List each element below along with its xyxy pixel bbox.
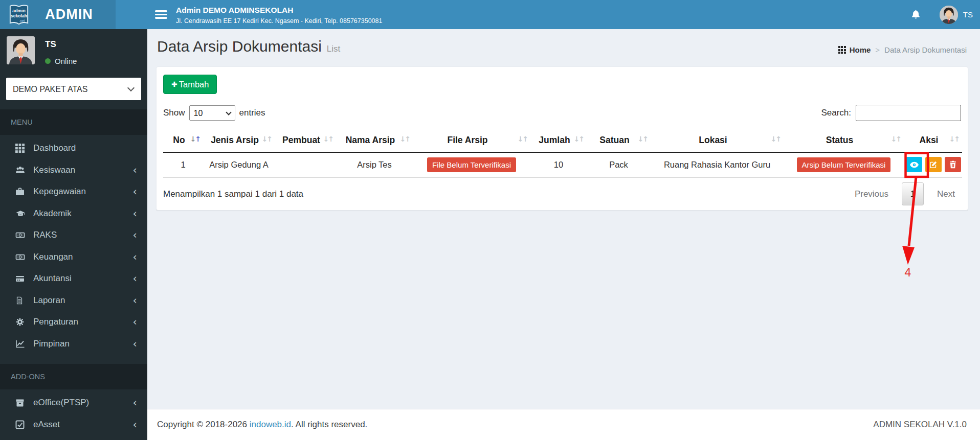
sidebar-item-raks[interactable]: RAKS ‹ (0, 224, 147, 246)
sidebar-addons-menu: eOffice(PTSP) ‹ eAsset ‹ (0, 389, 147, 435)
top-navbar: admin sekolah .net ADMIN Admin DEMO ADMI… (0, 0, 980, 29)
chevron-left-icon: ‹ (133, 339, 137, 349)
brand-logo[interactable]: admin sekolah .net ADMIN (0, 0, 116, 29)
sidebar-item-eoffice[interactable]: eOffice(PTSP) ‹ (0, 392, 147, 414)
sidebar-item-laporan[interactable]: Laporan ‹ (0, 290, 147, 312)
chevron-left-icon: ‹ (133, 187, 137, 196)
edit-button[interactable] (925, 157, 942, 172)
edit-pencil-icon (929, 160, 938, 169)
sidebar-item-kesiswaan[interactable]: Kesiswaan ‹ (0, 159, 147, 181)
adminsekolah-book-icon: admin sekolah .net (8, 3, 30, 27)
search-input[interactable] (856, 105, 961, 121)
pagination-page-1[interactable]: 1 (902, 182, 924, 205)
column-header-file-arsip[interactable]: File Arsip↓↑ (413, 128, 530, 152)
column-header-jumlah[interactable]: Jumlah↓↑ (530, 128, 587, 152)
sort-icon: ↓↑ (262, 135, 272, 143)
sidebar-item-akuntansi[interactable]: Akuntansi ‹ (0, 268, 147, 290)
chevron-left-icon: ‹ (133, 274, 137, 283)
notifications-bell-icon[interactable] (910, 9, 921, 20)
briefcase-icon (15, 187, 27, 197)
check-square-icon (15, 420, 27, 429)
column-header-pembuat[interactable]: Pembuat↓↑ (275, 128, 336, 152)
column-header-satuan[interactable]: Satuan↓↑ (587, 128, 651, 152)
data-card: ✚ Tambah Show 10 entries Search: No↓↑ Je… (156, 66, 968, 211)
pagination-previous[interactable]: Previous (849, 185, 895, 203)
column-header-no[interactable]: No↓↑ (163, 128, 203, 152)
breadcrumb: Home > Data Arsip Dokumentasi (838, 45, 967, 54)
cell-pembuat (275, 152, 336, 177)
cell-no: 1 (163, 152, 203, 177)
eye-icon (909, 161, 919, 168)
sort-icon: ↓↑ (518, 135, 527, 143)
tambah-button[interactable]: ✚ Tambah (163, 75, 217, 94)
sidebar-toggle-button[interactable] (155, 9, 167, 20)
money-bill-icon (15, 230, 27, 240)
indoweb-link[interactable]: indoweb.id (250, 420, 291, 429)
sort-icon: ↓↑ (323, 135, 333, 143)
chevron-left-icon: ‹ (133, 252, 137, 262)
graduation-cap-icon (15, 209, 27, 218)
package-select[interactable]: DEMO PAKET ATAS (6, 78, 141, 100)
sidebar-item-easset[interactable]: eAsset ‹ (0, 414, 147, 436)
archive-box-icon (15, 398, 27, 408)
search-label: Search: (821, 108, 851, 118)
students-users-icon (15, 165, 27, 175)
chevron-left-icon: ‹ (133, 420, 137, 429)
menu-section-header: MENU (0, 109, 147, 135)
view-button[interactable] (906, 157, 922, 172)
plus-icon: ✚ (171, 80, 177, 88)
breadcrumb-separator: > (875, 45, 880, 54)
gear-icon (15, 317, 27, 327)
cell-jumlah: 10 (530, 152, 587, 177)
sidebar-item-kepegawaian[interactable]: Kepegawaian ‹ (0, 181, 147, 203)
arsip-status-badge: Arsip Belum Terverifikasi (797, 157, 891, 172)
sort-icon: ↓↑ (949, 135, 959, 143)
breadcrumb-home-link[interactable]: Home (850, 45, 871, 54)
trash-icon (949, 160, 956, 169)
search-control: Search: (821, 105, 961, 121)
column-header-nama-arsip[interactable]: Nama Arsip↓↑ (336, 128, 413, 152)
sidebar-menu: Dashboard Kesiswaan ‹ Kepegawaian ‹ Akad… (0, 135, 147, 355)
app-version: ADMIN SEKOLAH V.1.0 (873, 420, 967, 430)
page-length-select[interactable]: 10 (189, 105, 235, 121)
sidebar: TS Online DEMO PAKET ATAS MENU Dashboard… (0, 29, 147, 440)
column-header-status[interactable]: Status↓↑ (784, 128, 904, 152)
svg-text:sekolah: sekolah (11, 13, 27, 18)
cell-jenis-arsip: Arsip Gedung A (203, 152, 275, 177)
sort-icon: ↓↑ (638, 135, 648, 143)
page-subtitle: List (327, 44, 340, 54)
user-initials[interactable]: TS (963, 10, 973, 19)
arsip-table: No↓↑ Jenis Arsip↓↑ Pembuat↓↑ Nama Arsip↓… (163, 128, 962, 177)
pagination-next[interactable]: Next (931, 185, 961, 203)
sort-icon: ↓↑ (771, 135, 781, 143)
sidebar-item-keuangan[interactable]: Keuangan ‹ (0, 246, 147, 268)
sidebar-item-pimpinan[interactable]: Pimpinan ‹ (0, 333, 147, 355)
svg-text:admin: admin (12, 8, 25, 13)
column-header-lokasi[interactable]: Lokasi↓↑ (651, 128, 784, 152)
sidebar-user-name: TS (45, 39, 77, 50)
sidebar-user-status: Online (45, 57, 77, 65)
chevron-left-icon: ‹ (133, 296, 137, 305)
chevron-left-icon: ‹ (133, 230, 137, 240)
column-header-aksi[interactable]: Aksi↓↑ (904, 128, 962, 152)
package-select-wrap: DEMO PAKET ATAS (6, 78, 141, 100)
table-info-text: Menampilkan 1 sampai 1 dari 1 data (163, 189, 303, 199)
sidebar-item-akademik[interactable]: Akademik ‹ (0, 203, 147, 225)
sidebar-user-panel: TS Online (0, 29, 147, 71)
copyright-text: Copyright © 2018-2026 (157, 420, 250, 429)
chart-line-icon (15, 339, 27, 349)
home-grid-icon (838, 46, 846, 54)
cell-lokasi: Ruang Rahasia Kantor Guru (651, 152, 784, 177)
file-status-badge: File Belum Terverifikasi (427, 157, 516, 172)
delete-button[interactable] (945, 157, 961, 172)
user-avatar[interactable] (940, 6, 958, 24)
chevron-left-icon: ‹ (133, 398, 137, 407)
column-header-jenis-arsip[interactable]: Jenis Arsip↓↑ (203, 128, 275, 152)
sidebar-item-pengaturan[interactable]: Pengaturan ‹ (0, 311, 147, 333)
school-name: Admin DEMO ADMINSEKOLAH (176, 6, 382, 15)
footer: Copyright © 2018-2026 indoweb.id. All ri… (147, 409, 980, 440)
sidebar-item-dashboard[interactable]: Dashboard (0, 137, 147, 159)
cell-nama-arsip: Arsip Tes (336, 152, 413, 177)
cell-satuan: Pack (587, 152, 651, 177)
addons-section-header: ADD-ONS (0, 364, 147, 389)
